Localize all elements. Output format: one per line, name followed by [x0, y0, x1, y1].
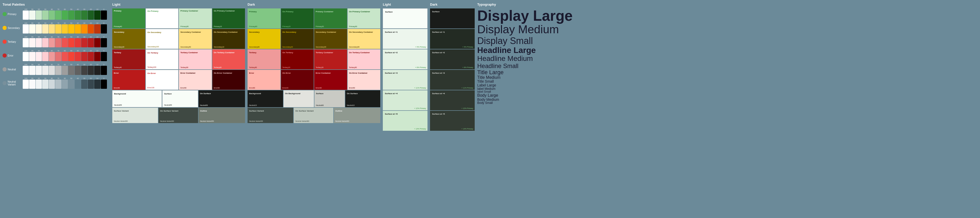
swatch	[49, 24, 55, 34]
dark-on-surface: On Surface Neutral10	[345, 90, 380, 107]
dark-surface-5: Surface at +5 + 14% Primary	[430, 111, 475, 131]
swatch	[49, 52, 55, 61]
swatch	[23, 52, 29, 61]
headline-large-sample: Headline Large	[477, 46, 977, 55]
dark-secondary: Secondary Secondary80	[248, 29, 280, 49]
swatch	[49, 80, 55, 89]
swatch	[68, 66, 74, 75]
swatch	[23, 24, 29, 34]
swatch	[55, 80, 61, 89]
swatch	[55, 38, 61, 47]
swatch	[36, 11, 42, 20]
swatch	[29, 38, 35, 47]
swatch	[23, 80, 29, 89]
label-large-sample: Label Large	[477, 83, 977, 87]
primary-swatches: 10099959080706050403020100	[23, 8, 107, 20]
swatch	[88, 80, 94, 89]
label-small-sample: label Small	[477, 90, 977, 93]
headline-medium-sample: Headline Medium	[477, 55, 977, 63]
swatch	[42, 11, 48, 20]
title-medium-sample: Title Medium	[477, 75, 977, 80]
dark-scheme-section: Dark Primary Primary80 On Primary Primar…	[248, 3, 380, 215]
dark-error: Error Error80	[248, 70, 280, 90]
swatch	[36, 38, 42, 47]
secondary-label: Secondary	[8, 27, 20, 29]
typography-section: Typography Display Large Display Medium …	[477, 3, 977, 215]
dark-primary-container: Primary Container Primary30	[314, 8, 347, 29]
light-on-secondary-container: On Secondary Container Secondary10	[212, 29, 245, 49]
dark-surface-1: Surface at +1 + 5% Primary	[430, 29, 475, 49]
dark-secondary-container: Secondary Container Secondary30	[314, 29, 347, 49]
light-tertiary-container: Tertiary Container Tertiary90	[179, 50, 212, 69]
title-large-sample: Title Large	[477, 69, 977, 75]
swatch	[42, 38, 48, 47]
error-label: Error	[8, 54, 13, 57]
swatch	[68, 52, 74, 61]
dark-tertiary-container: Tertiary Container Tertiary30	[314, 50, 347, 69]
swatch	[94, 24, 100, 34]
dark-surface-variant: Surface Variant Neutral-Variant30	[248, 108, 293, 123]
swatch	[75, 66, 81, 75]
swatch	[88, 66, 94, 75]
swatch	[49, 11, 55, 20]
light-on-primary: On Primary	[146, 8, 179, 29]
swatch	[81, 66, 87, 75]
swatch	[29, 24, 35, 34]
swatch	[42, 80, 48, 89]
tonal-palettes-title: Tonal Palettes	[3, 3, 110, 6]
light-on-tertiary-container: On Tertiary Container Tertiary60	[212, 50, 245, 69]
swatch	[68, 24, 74, 34]
tertiary-dot	[3, 40, 6, 44]
neutral-swatches: 10099959080706050403020100	[23, 64, 107, 75]
swatch	[81, 24, 87, 34]
secondary-dot	[3, 26, 6, 30]
swatch	[49, 66, 55, 75]
swatch	[94, 66, 100, 75]
dark-background: Background Neutral10	[248, 90, 283, 107]
swatch	[94, 38, 100, 47]
light-tertiary: Tertiary Tertiary40	[112, 50, 145, 69]
dark-error-container: Error Container Error30	[314, 70, 347, 90]
light-secondary-container: Secondary Container Secondary90	[179, 29, 212, 49]
typography-list: Display Large Display Medium Display Sma…	[477, 8, 977, 105]
swatch	[42, 52, 48, 61]
swatch	[29, 66, 35, 75]
swatch	[88, 11, 94, 20]
dark-on-tertiary-container: On Tertiary Container Tertiary90	[348, 50, 380, 69]
palette-row-neutral: Neutral 10099959080706050403020100	[3, 64, 110, 75]
light-secondary: Secondary Secondary40	[112, 29, 145, 49]
dark-surface-2: Surface at +2 + 8% Primary	[430, 50, 475, 69]
swatch	[101, 52, 107, 61]
title-small-sample: Title Small	[477, 80, 977, 83]
neutral-dot	[3, 67, 6, 71]
primary-dot	[3, 12, 6, 16]
swatch	[55, 66, 61, 75]
light-surface-base: Surface	[383, 8, 428, 29]
dark-on-error-container: On Error Container Error90	[348, 70, 380, 90]
dark-primary: Primary Primary80	[248, 8, 280, 29]
dark-on-primary: On Primary Primary20	[281, 8, 314, 29]
dark-on-primary-container: On Primary Container Primary90	[348, 8, 380, 29]
swatch	[62, 66, 68, 75]
display-small-sample: Display Small	[477, 36, 977, 46]
swatch	[101, 66, 107, 75]
label-medium-sample: label Medium	[477, 87, 977, 91]
swatch	[29, 80, 35, 89]
light-surface-variant: Surface Variant Neutral-Variant90	[112, 108, 158, 123]
swatch	[88, 24, 94, 34]
swatch	[23, 38, 29, 47]
swatch	[62, 52, 68, 61]
palette-row-tertiary: Tertiary 10099959080706050403020100	[3, 36, 110, 47]
dark-on-surface-variant: On Surface Variant Neutral-Variant80	[294, 108, 333, 123]
display-large-sample: Display Large	[477, 8, 977, 23]
swatch	[75, 24, 81, 34]
swatch	[75, 38, 81, 47]
light-scheme-title: Light	[112, 3, 245, 6]
dark-surface-base: Surface	[430, 8, 475, 29]
light-primary: Primary Primary40	[112, 8, 145, 29]
swatch	[68, 80, 74, 89]
swatch	[62, 11, 68, 20]
display-medium-sample: Display Medium	[477, 23, 977, 36]
body-small-sample: Body Small	[477, 101, 977, 105]
light-on-error-container: On Error Container Error90	[212, 70, 245, 90]
